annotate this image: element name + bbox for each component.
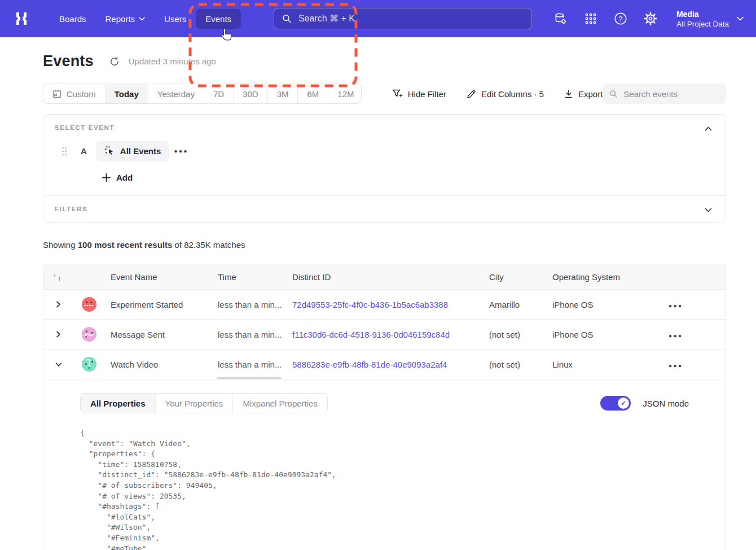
main-nav: Boards Reports Users Events: [50, 9, 241, 29]
project-name: Media: [676, 9, 729, 19]
expand-filters-button[interactable]: [702, 204, 714, 216]
properties-tabs: All Properties Your Properties Mixpanel …: [80, 393, 328, 413]
row-menu-button[interactable]: ●●●: [664, 329, 688, 342]
distinct-id-link[interactable]: 5886283e-e9fb-48fb-81de-40e9093a2af4: [292, 360, 447, 369]
date-range-30d[interactable]: 30D: [233, 84, 267, 103]
date-range-12m[interactable]: 12M: [328, 84, 361, 103]
nav-item-boards[interactable]: Boards: [50, 9, 96, 29]
query-row-letter: A: [81, 146, 87, 156]
col-header-os[interactable]: Operating System: [547, 272, 644, 282]
sort-time-icon[interactable]: ↓↑: [43, 272, 73, 281]
date-range-6m[interactable]: 6M: [297, 84, 328, 103]
chevron-right-icon: [56, 331, 61, 338]
events-search[interactable]: [603, 84, 726, 104]
cell-event-name: Watch Video: [105, 360, 212, 369]
row-menu-button[interactable]: ●●●: [664, 299, 688, 312]
cell-os: iPhone OS: [547, 330, 644, 339]
data-integrations-icon[interactable]: [553, 11, 568, 26]
col-header-city[interactable]: City: [484, 272, 547, 282]
chevron-down-icon: [737, 16, 744, 21]
date-range-3m[interactable]: 3M: [267, 84, 298, 103]
date-range-selector: Custom Today Yesterday 7D 30D 3M 6M 12M: [43, 84, 362, 104]
collapse-section-button[interactable]: [702, 123, 714, 135]
chevron-down-icon: [705, 208, 712, 212]
nav-label: Boards: [59, 14, 86, 24]
summary-highlight: 100 most recent results: [78, 240, 173, 250]
global-search-input[interactable]: [298, 14, 524, 24]
cell-city: (not set): [484, 360, 547, 369]
event-row-menu-button[interactable]: ●●●: [169, 145, 193, 158]
event-cursor-icon: [104, 146, 115, 156]
help-icon[interactable]: ?: [613, 11, 628, 26]
cell-os: Linux: [547, 360, 644, 369]
tab-your-properties[interactable]: Your Properties: [155, 394, 233, 413]
date-range-yesterday[interactable]: Yesterday: [148, 84, 204, 103]
refresh-icon[interactable]: [109, 56, 120, 67]
horizontal-scrollbar-thumb[interactable]: [217, 377, 282, 379]
nav-item-reports[interactable]: Reports: [96, 9, 155, 29]
mixpanel-logo-icon[interactable]: [12, 9, 32, 28]
search-icon: [282, 14, 292, 24]
events-search-input[interactable]: [623, 89, 719, 99]
summary-suffix: of 82.35K matches: [172, 240, 245, 250]
col-header-time[interactable]: Time: [212, 272, 287, 282]
date-range-label: 12M: [337, 89, 354, 99]
tab-mixpanel-properties[interactable]: Mixpanel Properties: [232, 394, 327, 413]
date-range-label: Yesterday: [157, 89, 195, 99]
filters-section: FILTERS: [43, 196, 726, 222]
cell-event-name: Experiment Started: [105, 300, 212, 309]
hide-filter-button[interactable]: Hide Filter: [392, 89, 446, 99]
drag-handle-icon[interactable]: [61, 147, 67, 156]
navbar-right: ? Media All Project: [553, 9, 744, 29]
event-detail-panel: All Properties Your Properties Mixpanel …: [43, 379, 726, 550]
event-avatar: [82, 327, 96, 342]
date-range-label: 6M: [307, 89, 319, 99]
select-event-label: SELECT EVENT: [55, 124, 714, 131]
table-row-expanded[interactable]: Watch Video less than a min... 5886283e-…: [43, 350, 726, 379]
date-range-label: 30D: [243, 89, 258, 99]
download-icon: [564, 89, 573, 99]
filters-label: FILTERS: [55, 206, 714, 212]
mixpanel-events-page: Boards Reports Users Events: [0, 0, 756, 550]
col-header-event-name[interactable]: Event Name: [105, 272, 212, 282]
table-row[interactable]: Experiment Started less than a min... 72…: [43, 290, 726, 320]
nav-item-users[interactable]: Users: [155, 9, 196, 29]
expand-row-button[interactable]: [53, 299, 64, 310]
tab-all-properties[interactable]: All Properties: [81, 394, 155, 413]
chevron-up-icon: [705, 126, 712, 131]
event-avatar: [82, 297, 96, 312]
query-builder-card: SELECT EVENT A: [43, 114, 726, 223]
event-query-row: A All Events ●●●: [55, 141, 714, 161]
row-menu-button[interactable]: ●●●: [664, 359, 688, 372]
date-range-7d[interactable]: 7D: [204, 84, 233, 103]
apps-grid-icon[interactable]: [583, 11, 598, 26]
results-summary: Showing 100 most recent results of 82.35…: [43, 240, 726, 250]
nav-item-events[interactable]: Events: [196, 9, 241, 29]
add-label: Add: [116, 173, 133, 182]
controls-row: Custom Today Yesterday 7D 30D 3M 6M 12M: [43, 84, 726, 104]
top-navbar: Boards Reports Users Events: [0, 0, 756, 37]
export-button[interactable]: Export: [564, 89, 603, 99]
cell-city: (not set): [484, 330, 547, 339]
date-range-custom[interactable]: Custom: [43, 84, 105, 103]
add-event-button[interactable]: Add: [102, 173, 133, 182]
table-row[interactable]: Message Sent less than a min... f11c30d6…: [43, 320, 726, 350]
expand-row-button[interactable]: [53, 329, 64, 340]
distinct-id-link[interactable]: 72d49553-25fc-4f0c-b436-1b5ac6ab3388: [292, 300, 448, 309]
date-range-today[interactable]: Today: [105, 84, 148, 103]
cell-time: less than a min...: [212, 300, 287, 309]
json-view: { "event": "Watch Video", "properties": …: [80, 428, 689, 550]
json-mode-toggle[interactable]: ✓: [600, 396, 631, 411]
edit-columns-button[interactable]: Edit Columns · 5: [467, 89, 544, 99]
project-switcher[interactable]: Media All Project Data: [676, 9, 744, 29]
svg-text:?: ?: [618, 15, 622, 23]
col-header-distinct-id[interactable]: Distinct ID: [287, 272, 484, 282]
cell-os: iPhone OS: [547, 300, 644, 309]
distinct-id-link[interactable]: f11c30d6-dc6d-4518-9136-0d046159c84d: [292, 330, 450, 339]
collapse-row-button[interactable]: [53, 359, 64, 370]
export-label: Export: [578, 89, 603, 99]
global-search[interactable]: [274, 8, 532, 29]
event-selector-chip[interactable]: All Events: [96, 141, 170, 161]
settings-gear-icon[interactable]: [643, 11, 658, 26]
table-header-row: ↓↑ Event Name Time Distinct ID City Oper…: [43, 264, 726, 290]
